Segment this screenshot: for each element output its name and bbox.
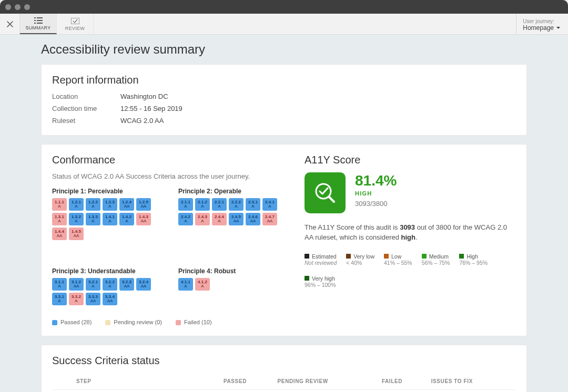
traffic-light-dot [24, 4, 30, 10]
criterion-1.4.4[interactable]: 1.4.4AA [52, 228, 67, 240]
criterion-1.2.4[interactable]: 1.2.4AA [119, 198, 134, 211]
criterion-4.1.2[interactable]: 4.1.2A [195, 278, 210, 291]
report-key: Location [52, 92, 120, 100]
criterion-1.4.1[interactable]: 1.4.1A [103, 213, 117, 225]
score-fraction: 3093/3800 [355, 200, 397, 208]
criterion-3.2.1[interactable]: 3.2.1A [86, 278, 100, 291]
report-key: Collection time [52, 105, 120, 112]
report-value: Washington DC [120, 92, 168, 100]
col-failed: FAILED [379, 373, 428, 390]
cell-passed: 28 [220, 390, 275, 392]
criterion-1.4.3[interactable]: 1.4.3AA [136, 213, 151, 225]
criterion-1.3.2[interactable]: 1.3.2A [69, 213, 84, 225]
tab-review[interactable]: REVIEW [57, 14, 94, 34]
criterion-1.3.1[interactable]: 1.3.1A [52, 213, 67, 225]
rubric-low: Low41% – 55% [384, 253, 412, 266]
rubric-est: EstimatedNot reviewed [305, 253, 337, 266]
criterion-1.3.3[interactable]: 1.3.3A [86, 213, 100, 225]
principle: Principle 3: Understandable3.1.1A3.1.2AA… [52, 267, 157, 307]
principle-title: Principle 3: Understandable [52, 267, 157, 275]
user-journey-label: User journey: [523, 18, 561, 24]
rubric-vlow: Very low< 40% [346, 253, 374, 266]
criterion-2.4.2[interactable]: 2.4.2A [178, 213, 193, 225]
cell-issues: 42 [428, 390, 516, 392]
criterion-2.1.1[interactable]: 2.1.1A [178, 198, 193, 211]
a11y-score-title: A11Y Score [305, 154, 516, 166]
card-success-criteria-status: Success Criteria status STEP PASSED PEND… [41, 345, 527, 392]
criterion-2.4.3[interactable]: 2.4.3A [195, 213, 210, 225]
criterion-2.4.1[interactable]: 2.4.1A [262, 198, 277, 211]
criterion-3.1.2[interactable]: 3.1.2AA [69, 278, 84, 291]
criterion-2.4.4[interactable]: 2.4.4A [212, 213, 227, 225]
criterion-2.1.2[interactable]: 2.1.2A [195, 198, 210, 211]
criterion-1.2.5[interactable]: 1.2.5AA [136, 198, 151, 211]
principle-title: Principle 2: Operable [178, 188, 283, 195]
criterion-2.3.1[interactable]: 2.3.1A [246, 198, 260, 211]
cell-pending [275, 390, 379, 392]
criterion-2.2.1[interactable]: 2.2.1A [212, 198, 227, 211]
svg-rect-2 [34, 20, 36, 21]
summary-icon [34, 16, 43, 24]
criterion-2.2.2[interactable]: 2.2.2A [229, 198, 244, 211]
conformance-title: Conformance [52, 154, 283, 166]
svg-line-8 [329, 197, 334, 202]
criterion-2.4.7[interactable]: 2.4.7AA [262, 213, 277, 225]
legend-pending: Pending review (0) [105, 319, 162, 325]
criterion-3.2.3[interactable]: 3.2.3AA [119, 278, 134, 291]
criterion-3.3.1[interactable]: 3.3.1A [52, 293, 67, 305]
criterion-3.3.4[interactable]: 3.3.4AA [103, 293, 117, 305]
table-row: +1https://www.mywebsite.com281042 [52, 390, 516, 392]
report-value: 12:55 - 16 Sep 2019 [120, 105, 182, 112]
criterion-1.4.5[interactable]: 1.4.5AA [69, 228, 84, 240]
legend-failed: Failed (10) [176, 319, 212, 325]
toolbar: SUMMARYREVIEW User journey: Homepage [0, 14, 568, 35]
criterion-3.3.3[interactable]: 3.3.3AA [86, 293, 100, 305]
report-key: Ruleset [52, 117, 120, 125]
principle-title: Principle 1: Perceivable [52, 188, 157, 195]
report-row: LocationWashington DC [52, 92, 516, 100]
score-tag: HIGH [355, 190, 397, 197]
criterion-3.2.2[interactable]: 3.2.2A [103, 278, 117, 291]
review-icon [71, 17, 79, 25]
report-row: Collection time12:55 - 16 Sep 2019 [52, 105, 516, 112]
criterion-1.2.3[interactable]: 1.2.3A [103, 198, 117, 211]
col-pending: PENDING REVIEW [275, 373, 379, 390]
card-conformance-score: Conformance Status of WCAG 2.0 AA Succes… [41, 144, 527, 336]
rubric-med: Medium56% – 75% [422, 253, 450, 266]
card-report-information: Report information LocationWashington DC… [41, 64, 527, 136]
conformance-subtitle: Status of WCAG 2.0 AA Success Criteria a… [52, 172, 283, 180]
user-journey-selector[interactable]: User journey: Homepage [516, 14, 568, 34]
rubric-vhigh: Very high96% – 100% [305, 275, 336, 288]
criterion-1.2.1[interactable]: 1.2.1A [69, 198, 84, 211]
principle: Principle 4: Robust4.1.1A4.1.2A [178, 267, 283, 307]
criterion-1.4.2[interactable]: 1.4.2A [119, 213, 134, 225]
principle: Principle 1: Perceivable1.1.1A1.2.1A1.2.… [52, 188, 157, 242]
close-button[interactable] [0, 14, 20, 34]
criterion-1.2.2[interactable]: 1.2.2A [86, 198, 100, 211]
svg-rect-4 [34, 23, 36, 24]
criterion-3.3.2[interactable]: 3.3.2A [69, 293, 84, 305]
score-icon [305, 172, 346, 213]
col-step: STEP [73, 373, 220, 390]
tab-summary[interactable]: SUMMARY [20, 14, 57, 34]
traffic-light-dot [5, 4, 11, 10]
criterion-4.1.1[interactable]: 4.1.1A [178, 278, 193, 291]
page-title: Accessibility review summary [41, 42, 568, 57]
tab-label: REVIEW [65, 26, 85, 31]
report-row: RulesetWCAG 2.0 AA [52, 117, 516, 125]
principle-title: Principle 4: Robust [178, 267, 283, 275]
window-titlebar [0, 0, 568, 14]
criterion-2.4.6[interactable]: 2.4.6AA [246, 213, 260, 225]
svg-rect-3 [37, 20, 43, 21]
tab-label: SUMMARY [26, 25, 51, 30]
criterion-3.2.4[interactable]: 3.2.4AA [136, 278, 151, 291]
criterion-3.1.1[interactable]: 3.1.1A [52, 278, 67, 291]
svg-rect-0 [34, 17, 36, 18]
criterion-1.1.1[interactable]: 1.1.1A [52, 198, 67, 211]
criterion-2.4.5[interactable]: 2.4.5AA [229, 213, 244, 225]
chevron-down-icon [556, 26, 561, 29]
status-title: Success Criteria status [52, 355, 516, 367]
principle: Principle 2: Operable2.1.1A2.1.2A2.2.1A2… [178, 188, 283, 242]
legend-passed: Passed (28) [52, 319, 92, 325]
close-icon [6, 20, 14, 28]
